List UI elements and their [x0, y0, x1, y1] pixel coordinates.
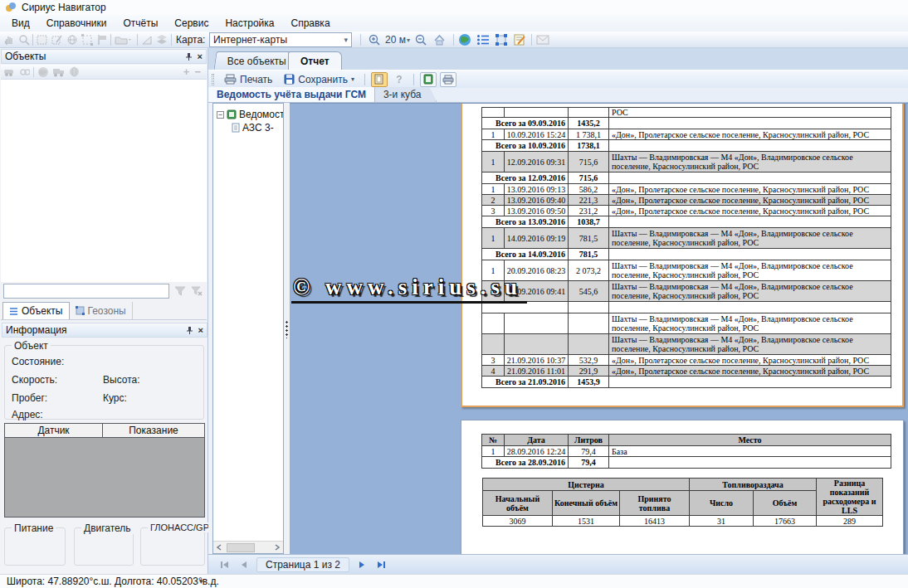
report-cell	[505, 108, 569, 118]
tab-report-label: Отчет	[300, 56, 330, 67]
folder-dropdown-icon[interactable]	[115, 33, 133, 46]
object-list-icon[interactable]	[476, 33, 490, 46]
printer-icon	[224, 74, 237, 85]
globe-icon[interactable]	[458, 33, 471, 46]
toolbar-grip[interactable]	[212, 74, 214, 85]
tree-node-azs[interactable]: АЗС 3-	[232, 122, 274, 134]
report-cell: Шахты — Владимировская — М4 «Дон», Влади…	[609, 313, 891, 334]
notes-edit-icon[interactable]	[513, 33, 526, 46]
status-dropdown-icon[interactable]: ▾	[199, 577, 203, 586]
map-select[interactable]: Интернет-карты ▾	[209, 32, 352, 47]
ruler-triangle-icon[interactable]	[141, 33, 153, 46]
zoom-in-icon[interactable]	[369, 33, 381, 46]
zoom-scale-value[interactable]: 20 м	[385, 33, 406, 46]
report-cell: 2 073,2	[569, 260, 609, 281]
tab-3i-kuba[interactable]: 3-и куба	[375, 87, 437, 102]
left-sidebar: Объекты × + −	[0, 48, 208, 574]
print-setup-button[interactable]	[440, 72, 456, 87]
remove-object-icon[interactable]: −	[194, 66, 201, 78]
report-cell	[505, 313, 569, 334]
tab-report[interactable]: Отчет	[288, 51, 342, 70]
export-book-button[interactable]	[420, 72, 437, 87]
first-page-button[interactable]	[217, 557, 233, 572]
tab-vedomost-gsm[interactable]: Ведомость учёта выдачи ГСМ	[208, 87, 375, 102]
report-page-1: РОСВсего за 09.09.20161435,2110.09.2016 …	[461, 103, 904, 407]
menu-otchety[interactable]: Отчёты	[115, 16, 166, 31]
report-row: 114.09.2016 09:19781,5Шахты — Владимиров…	[482, 228, 891, 249]
tree-collapse-icon[interactable]: −	[217, 111, 224, 119]
previous-page-button[interactable]	[236, 557, 252, 572]
tab-all-objects[interactable]: Все объекты	[213, 51, 300, 70]
objects-tree[interactable]	[1, 80, 207, 282]
info-panel-title: Информация	[6, 324, 66, 336]
close-icon[interactable]: ×	[198, 326, 203, 335]
globe-small-icon[interactable]	[66, 33, 78, 46]
route-flag-icon[interactable]	[96, 33, 108, 46]
report-preview[interactable]: РОСВсего за 09.09.20161435,2110.09.2016 …	[290, 103, 908, 554]
add-object-icon[interactable]: +	[183, 66, 190, 78]
report-cell	[609, 173, 891, 184]
engine-groupbox: Двигатель	[74, 527, 134, 566]
pan-hand-icon[interactable]	[3, 33, 15, 46]
report-cell: 1531	[553, 516, 620, 527]
menu-vid[interactable]: Вид	[3, 16, 38, 31]
scroll-right-icon[interactable]	[271, 542, 283, 553]
pin-icon[interactable]	[186, 326, 193, 335]
map-edit-icon[interactable]	[51, 33, 63, 46]
truck-icon[interactable]	[52, 67, 66, 77]
globe-track-icon[interactable]	[37, 66, 49, 78]
report-cell	[482, 313, 505, 334]
zoom-out-icon[interactable]	[415, 33, 427, 46]
chevron-down-icon: ▾	[344, 36, 348, 44]
report-row: Шахты — Владимировская — М4 «Дон», Влади…	[482, 313, 891, 334]
pin-icon[interactable]	[185, 52, 193, 61]
objects-filter-input[interactable]	[3, 284, 169, 299]
last-page-button[interactable]	[373, 557, 389, 572]
report-cell: 221,3	[569, 195, 609, 206]
geozone-rect-icon[interactable]	[495, 33, 508, 46]
tab-geozones[interactable]: Геозоны	[70, 302, 133, 319]
select-rect-icon[interactable]	[81, 33, 93, 46]
menu-spravochniki[interactable]: Справочники	[38, 16, 115, 31]
report-cell: 715,6	[569, 173, 609, 184]
print-button[interactable]: Печать	[220, 73, 276, 86]
report-row: 113.09.2016 09:13586,2«Дон», Пролетарско…	[482, 184, 891, 195]
next-page-button[interactable]	[354, 557, 370, 572]
map-area-icon[interactable]	[37, 33, 48, 46]
menu-servis[interactable]: Сервис	[166, 16, 217, 31]
main-toolbar: Карта: Интернет-карты ▾ 20 м ▾	[0, 32, 908, 48]
layers-icon[interactable]	[156, 33, 168, 46]
tree-node-vedomost[interactable]: − Ведомость	[217, 109, 284, 120]
report-tree-panel: − Ведомость АЗС 3-	[212, 103, 284, 554]
report-doc-tabs: Ведомость учёта выдачи ГСМ 3-и куба	[208, 88, 908, 103]
book-green-icon	[423, 74, 433, 85]
info-panel-header: Информация ×	[2, 323, 207, 338]
menu-spravka[interactable]: Справка	[282, 16, 338, 31]
report-cell: 3	[482, 355, 505, 366]
help-button[interactable]: ?	[391, 72, 408, 87]
save-dropdown-icon[interactable]: ▾	[351, 75, 354, 83]
course-label: Курс:	[103, 392, 127, 404]
report-row	[482, 302, 891, 313]
filter-icon[interactable]	[174, 286, 186, 296]
envelope-icon[interactable]	[536, 33, 549, 46]
report-cell: 1435,2	[569, 118, 609, 129]
follow-icon[interactable]	[20, 67, 30, 77]
tab-objects[interactable]: Объекты	[2, 302, 70, 319]
tree-horizontal-scrollbar[interactable]	[213, 541, 283, 553]
filter-clear-icon[interactable]	[191, 286, 203, 296]
vehicle-add-icon[interactable]	[3, 67, 17, 77]
menu-nastroyka[interactable]: Настройка	[217, 16, 282, 31]
tank-summary-table: ЦистернаТопливораздачаРазница показаний …	[482, 478, 883, 527]
scroll-left-icon[interactable]	[213, 542, 225, 553]
home-icon[interactable]	[433, 33, 446, 46]
save-button[interactable]: Сохранить ▾	[280, 73, 359, 86]
page-view-toggle-button[interactable]	[371, 72, 388, 87]
tree-splitter[interactable]	[284, 103, 290, 554]
marker-globe-icon[interactable]	[69, 66, 80, 77]
zoom-scale-caret-icon[interactable]: ▾	[407, 33, 410, 46]
scrollbar-thumb[interactable]	[227, 543, 255, 552]
close-icon[interactable]: ×	[198, 52, 203, 61]
zoom-select-icon[interactable]	[18, 33, 30, 46]
report-row: 110.09.2016 15:241 738,1«Дон», Пролетарс…	[482, 129, 891, 140]
